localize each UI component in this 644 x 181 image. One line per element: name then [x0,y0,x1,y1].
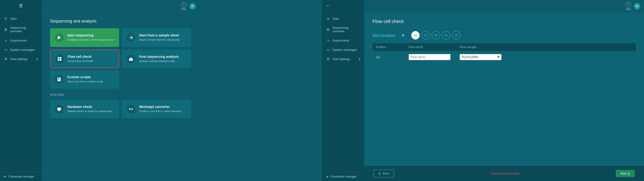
right-sidebar-item-experiments[interactable]: ∿ Experiments [322,36,364,45]
position-x3-button[interactable]: X3 [432,31,440,40]
chevron-right-icon: ❯ [36,58,38,60]
position-x1-button[interactable]: X1 [411,31,420,40]
minimap2-card[interactable]: Minimap2 converter Create a .mmi from a … [122,100,191,118]
sequencing-section-title: Sequencing and analysis [50,19,191,24]
right-sidebar-item-host-settings[interactable]: ⚙ Host settings ❯ [322,54,364,64]
right-sidebar-item-start[interactable]: ⊙ Start [322,14,364,23]
right-flow-cell-content: Flow cell check Select all positions X1 … [364,12,644,166]
right-settings-icon: ⚙ [326,57,330,61]
right-sidebar-nav: ⊙ Start ⊞ Sequencing overview ∿ Experime… [322,12,364,172]
custom-scripts-text: Custom scripts Start a run from a custom… [67,75,103,83]
play-button[interactable] [399,31,408,40]
svg-rect-3 [58,59,59,61]
right-sidebar-item-sequencing-overview[interactable]: ⊞ Sequencing overview [322,23,364,36]
right-panel: ← ⊙ Start ⊞ Sequencing overview ∿ Experi… [322,0,644,181]
menu-icon[interactable]: ☰ [19,3,23,8]
position-buttons-group: X1 X2 X3 X4 X5 [411,31,460,40]
left-user-avatar[interactable]: D [190,3,196,10]
flow-cell-type-select[interactable]: FLO-FLG001 [460,54,502,60]
svg-rect-7 [130,57,132,58]
select-all-positions-link[interactable]: Select all positions [372,34,396,37]
start-sequencing-card[interactable]: Start sequencing Configure and start a n… [50,28,119,47]
post-sequencing-title: Post sequencing analysis [139,55,179,59]
sidebar-item-system-messages[interactable]: ▭ System messages [0,45,42,54]
sidebar-item-host-settings[interactable]: ⚙ Host settings ❯ [0,54,42,64]
sidebar-item-connection-manager[interactable]: ⊕ Connection manager [0,172,42,181]
right-sidebar-start-label: Start [333,17,339,21]
right-help-circle-icon: ? [626,2,631,8]
position-x4-button[interactable]: X4 [442,31,450,40]
sidebar-item-messages-label: System messages [10,48,35,52]
sidebar-item-experiments-label: Experiments [10,39,27,42]
hardware-check-icon [55,105,64,113]
right-sidebar-item-system-messages[interactable]: ▭ System messages [322,45,364,54]
positions-row: Select all positions X1 X2 X3 X4 X5 [372,31,636,40]
flow-cell-check-title: Flow cell check [68,55,94,59]
right-grid-icon: ⊞ [326,28,330,31]
sidebar-item-experiments[interactable]: ∿ Experiments [0,36,42,45]
right-content-wrapper: ? Help D Flow cell check Select all posi… [364,0,644,181]
right-connection-label: Connection manager [331,175,356,178]
position-x5-button[interactable]: X5 [452,31,460,40]
custom-scripts-icon [55,75,64,84]
left-main-content: Sequencing and analysis Start sequencing… [42,12,200,181]
right-help-label: Help [626,8,631,11]
minimap2-desc: Create a .mmi from a .fasta reference [139,110,182,113]
hardware-check-card[interactable]: Hardware check Validate device is ready … [50,100,119,118]
sidebar-item-start[interactable]: ⊙ Start [0,14,42,23]
sidebar-item-sequencing-overview[interactable]: ⊞ Sequencing overview [0,23,42,36]
flow-cell-check-text: Flow cell check Assess flow cell health [68,55,94,63]
start-label: Start ❯ [620,172,630,175]
sidebar-back-arrow-icon[interactable]: ← [326,3,330,8]
custom-scripts-grid: Custom scripts Start a run from a custom… [50,70,191,89]
flow-cell-table: Position Flow cell ID Flow cell type X1 … [372,43,636,63]
settings-icon: ⚙ [4,57,8,61]
sidebar-item-start-label: Start [10,17,16,21]
left-sidebar-top[interactable]: ☰ [0,0,42,12]
post-sequencing-text: Post sequencing analysis Analyse existin… [139,55,179,63]
right-top-nav: ? Help D [364,0,644,12]
position-x2-button[interactable]: X2 [422,31,430,40]
right-sidebar-top[interactable]: ← [322,0,364,12]
flow-cell-id-header: Flow cell ID [409,46,455,49]
minimap2-icon [126,105,136,113]
back-button[interactable]: ❮ Back [374,170,394,177]
start-sample-sheet-card[interactable]: Start from a sample sheet Import sample … [122,28,191,47]
right-sidebar-connection-manager[interactable]: ⊕ Connection manager [322,172,364,181]
custom-scripts-title: Custom scripts [67,75,103,79]
main-cards-grid: Start sequencing Configure and start a n… [50,28,191,68]
svg-marker-15 [402,34,405,37]
flow-cell-check-desc: Assess flow cell health [68,59,94,63]
flow-cell-id-input[interactable] [409,54,450,60]
sample-sheet-desc: Import sample sheet for sequencing [139,38,180,42]
custom-scripts-card[interactable]: Custom scripts Start a run from a custom… [50,70,119,89]
utilities-section-label: Utilities [50,93,191,97]
utilities-cards-grid: Hardware check Validate device is ready … [50,100,191,118]
position-header: Position [376,46,404,49]
messages-icon: ▭ [4,48,8,52]
flow-cell-type-header: Flow cell type [460,46,506,49]
right-user-avatar[interactable]: D [634,3,640,10]
svg-rect-2 [60,57,62,59]
post-sequencing-card[interactable]: Post sequencing analysis Analyse existin… [122,50,191,68]
hardware-check-text: Hardware check Validate device is ready … [67,105,112,113]
svg-rect-6 [130,58,132,59]
svg-rect-12 [57,108,61,110]
sidebar-item-sequencing-label: Sequencing overview [10,26,38,33]
sample-sheet-icon [126,33,136,42]
flow-cell-check-card[interactable]: Flow cell check Assess flow cell health [50,50,119,68]
missing-values-label: * Missing required values [490,172,520,175]
hardware-check-desc: Validate device is ready for sequencing [67,110,112,113]
right-sidebar-experiments-label: Experiments [333,39,349,42]
right-messages-icon: ▭ [326,48,330,52]
left-help-button[interactable]: ? Help [181,2,186,11]
start-sequencing-icon [55,33,64,42]
sample-sheet-text: Start from a sample sheet Import sample … [139,33,180,42]
svg-marker-0 [58,36,61,40]
right-sidebar-messages-label: System messages [333,48,357,52]
right-start-icon: ⊙ [326,17,330,21]
hardware-check-title: Hardware check [67,105,112,109]
start-button[interactable]: Start ❯ [616,170,635,177]
sample-sheet-title: Start from a sample sheet [139,33,180,37]
right-help-button[interactable]: ? Help [626,2,631,11]
